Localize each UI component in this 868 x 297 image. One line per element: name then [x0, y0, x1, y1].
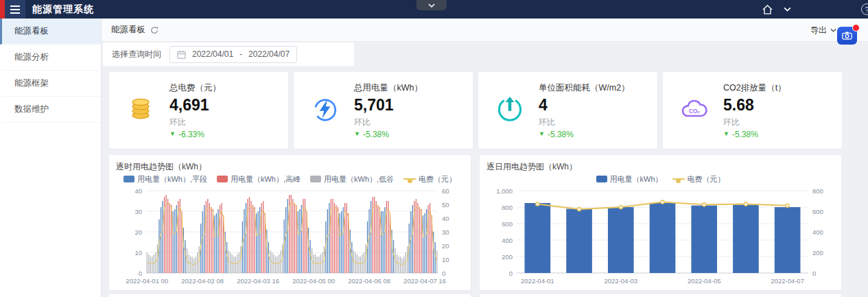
stat-change-value: -5.38%	[548, 130, 574, 139]
daily-usage-chart-card: 逐日用电趋势图（kWh） 用电量（kWh）电费（元） 0200400600800…	[480, 155, 841, 290]
stat-info: 总电费（元） 4,691 环比 ▼ -6.33%	[169, 82, 221, 139]
date-filter-label: 选择查询时间	[112, 49, 161, 60]
calendar-icon	[177, 50, 186, 59]
stat-title: CO2排放量（t）	[723, 82, 786, 94]
stat-change: ▼ -5.38%	[354, 130, 423, 139]
triangle-down-icon: ▼	[539, 131, 545, 137]
svg-text:50: 50	[442, 201, 449, 209]
triangle-down-icon: ▼	[354, 131, 360, 137]
tab-strip: 能源看板 导出	[102, 19, 868, 42]
export-label: 导出	[810, 25, 827, 36]
legend-label: 用电量（kWh）,高峰	[231, 174, 301, 185]
hourly-usage-chart-card: 逐时用电趋势图（kWh） 用电量（kWh）,平段用电量（kWh）,高峰用电量（k…	[109, 155, 471, 290]
co2-cloud-icon: CO₂	[679, 94, 711, 127]
chart-legend: 用电量（kWh）电费（元）	[486, 173, 834, 185]
topbar-dropdown-button[interactable]	[784, 7, 791, 12]
svg-text:400: 400	[812, 228, 823, 236]
svg-text:0: 0	[509, 270, 513, 277]
stat-change-value: -5.38%	[732, 130, 758, 139]
stat-value: 5,701	[354, 96, 423, 115]
stat-compare-label: 环比	[354, 117, 423, 128]
triangle-down-icon: ▼	[723, 131, 729, 137]
chevron-down-icon	[784, 7, 791, 12]
legend-item[interactable]: 电费（元）	[403, 174, 456, 185]
sidebar-item-energy-analysis[interactable]: 能源分析	[0, 45, 101, 71]
svg-text:200: 200	[502, 253, 513, 261]
help-icon[interactable]: ?	[861, 3, 868, 15]
chart-svg: 01020304001020304050602022-04-01 002022-…	[116, 185, 464, 287]
stat-change-value: -5.38%	[363, 130, 389, 139]
home-button[interactable]	[762, 5, 773, 14]
stat-info: CO2排放量（t） 5.68 环比 ▼ -5.38%	[723, 82, 786, 139]
hamburger-icon	[10, 5, 20, 14]
stat-card-energy-per-area: 单位面积能耗（W/m2） 4 环比 ▼ -5.38%	[478, 72, 657, 149]
tab-label: 能源看板	[111, 24, 145, 36]
svg-text:800: 800	[812, 187, 823, 195]
svg-text:2022-04-06 08: 2022-04-06 08	[348, 277, 390, 285]
stat-value: 5.68	[723, 96, 786, 115]
stat-info: 总用电量（kWh） 5,701 环比 ▼ -5.38%	[354, 82, 423, 139]
chevron-down-icon	[830, 28, 836, 32]
legend-item[interactable]: 用电量（kWh）,高峰	[217, 174, 301, 185]
legend-label: 电费（元）	[419, 174, 456, 185]
legend-item[interactable]: 用电量（kWh）,低谷	[310, 174, 394, 185]
svg-text:2022-04-01: 2022-04-01	[521, 277, 554, 285]
svg-text:600: 600	[812, 208, 823, 215]
date-start: 2022/04/01	[192, 49, 233, 59]
stat-change: ▼ -5.38%	[539, 130, 630, 139]
svg-text:2022-04-03: 2022-04-03	[604, 277, 637, 285]
recording-indicator-strip	[0, 0, 5, 19]
svg-text:400: 400	[502, 237, 513, 244]
svg-text:40: 40	[442, 215, 449, 222]
svg-text:20: 20	[134, 228, 142, 236]
home-icon	[762, 5, 773, 14]
legend-item[interactable]: 用电量（kWh）	[596, 174, 663, 185]
svg-text:2022-04-05: 2022-04-05	[688, 277, 721, 285]
triangle-down-icon: ▼	[169, 131, 176, 137]
stat-compare-label: 环比	[169, 117, 221, 128]
topbar-collapse-tab[interactable]	[417, 0, 447, 10]
tab-energy-dashboard[interactable]: 能源看板	[111, 24, 159, 36]
svg-text:20: 20	[442, 242, 449, 250]
sidebar-item-label: 数据维护	[14, 104, 49, 115]
next-row-card-peek	[109, 294, 471, 297]
legend-item[interactable]: 电费（元）	[672, 174, 725, 185]
daily-usage-chart: 02004006008001,00002004006008002022-04-0…	[486, 185, 834, 287]
svg-text:1,000: 1,000	[496, 187, 513, 195]
arrow-up-ring-icon	[495, 94, 526, 127]
menu-toggle-button[interactable]	[5, 0, 25, 19]
sidebar-item-energy-framework[interactable]: 能源框架	[0, 71, 101, 97]
sidebar-item-data-maintenance[interactable]: 数据维护	[0, 97, 101, 123]
coins-icon	[126, 94, 157, 127]
chart-title: 逐日用电趋势图（kWh）	[486, 161, 834, 173]
svg-text:2022-04-07 16: 2022-04-07 16	[403, 277, 446, 285]
legend-item[interactable]: 用电量（kWh）,平段	[124, 174, 207, 185]
camera-icon	[842, 32, 852, 40]
refresh-icon[interactable]	[150, 26, 159, 34]
stat-info: 单位面积能耗（W/m2） 4 环比 ▼ -5.38%	[539, 82, 630, 139]
sidebar-item-label: 能源看板	[14, 25, 49, 37]
legend-label: 用电量（kWh）,低谷	[324, 174, 394, 185]
app-title: 能源管理系统	[32, 3, 94, 16]
svg-text:2022-04-05 00: 2022-04-05 00	[292, 277, 335, 285]
export-button[interactable]: 导出	[810, 19, 836, 42]
svg-text:600: 600	[502, 220, 513, 228]
capture-widget[interactable]	[837, 27, 857, 45]
date-range-input[interactable]: 2022/04/01 - 2022/04/07	[169, 46, 297, 63]
sidebar-item-energy-dashboard[interactable]: 能源看板	[0, 19, 101, 45]
svg-text:2022-04-03 16: 2022-04-03 16	[237, 277, 279, 285]
svg-text:40: 40	[134, 187, 142, 195]
charts-row: 逐时用电趋势图（kWh） 用电量（kWh）,平段用电量（kWh）,高峰用电量（k…	[109, 155, 841, 290]
chart-title: 逐时用电趋势图（kWh）	[116, 161, 464, 173]
svg-text:200: 200	[812, 249, 823, 257]
stat-title: 总电费（元）	[169, 82, 221, 94]
svg-text:2022-04-07: 2022-04-07	[771, 277, 804, 285]
legend-bar-marker	[217, 176, 228, 182]
stat-change-value: -6.33%	[178, 130, 204, 139]
topbar: 能源管理系统 ?	[0, 0, 868, 19]
next-row-card-peek	[480, 294, 841, 297]
stat-compare-label: 环比	[539, 117, 630, 128]
stat-compare-label: 环比	[723, 117, 786, 128]
legend-label: 用电量（kWh）,平段	[137, 174, 207, 185]
svg-text:2022-04-01 00: 2022-04-01 00	[126, 277, 168, 285]
